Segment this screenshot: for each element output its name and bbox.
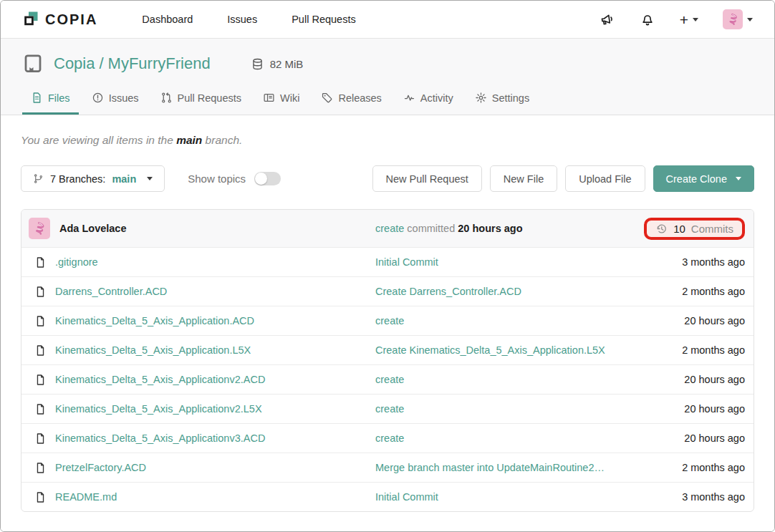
file-name-link[interactable]: Kinematics_Delta_5_Axis_Application.L5X [55,344,251,356]
new-file-button[interactable]: New File [490,165,557,192]
file-icon [34,403,47,415]
repo-path-separator: / [99,54,103,72]
table-row: Kinematics_Delta_5_Axis_Applicationv3.AC… [21,423,754,453]
repo-owner-link[interactable]: Copia [54,54,95,72]
nav-link-issues[interactable]: Issues [214,8,270,31]
tab-wiki[interactable]: Wiki [254,84,308,115]
top-navbar: COPIA Dashboard Issues Pull Requests + [1,1,774,39]
file-commit-message-link[interactable]: Create Darrens_Controller.ACD [374,286,659,297]
toggle-knob [255,173,267,185]
show-topics-control: Show topics [188,172,281,185]
file-name-link[interactable]: PretzelFactory.ACD [55,462,146,473]
file-commit-message-link[interactable]: create [374,403,659,415]
table-row: .gitignore Initial Commit 3 months ago [21,247,754,276]
file-commit-time: 3 months ago [659,256,745,268]
file-table: Ada Lovelace create committed 20 hours a… [21,209,754,512]
file-name-link[interactable]: Darrens_Controller.ACD [55,286,167,297]
create-new-dropdown[interactable]: + [680,12,698,27]
file-name-link[interactable]: README.md [55,491,117,503]
file-icon [34,432,47,445]
table-row: Kinematics_Delta_5_Axis_Applicationv2.L5… [21,394,754,423]
tab-pull-requests[interactable]: Pull Requests [152,84,250,115]
tab-activity[interactable]: Activity [395,84,462,115]
nav-link-dashboard[interactable]: Dashboard [129,8,206,31]
activity-pulse-icon [403,92,415,104]
file-name-link[interactable]: Kinematics_Delta_5_Axis_Application.ACD [55,315,254,327]
create-clone-button[interactable]: Create Clone [653,165,754,192]
repo-size: 82 MiB [251,57,304,71]
file-icon [34,256,47,269]
file-commit-message-link[interactable]: create [374,432,659,444]
copia-logo-icon [22,11,39,28]
commit-message-link[interactable]: create [375,223,404,234]
file-icon [34,315,47,327]
copia-logo[interactable]: COPIA [22,11,97,28]
file-commit-message-link[interactable]: Merge branch master into UpdateMainRouti… [374,462,659,473]
action-buttons: New Pull Request New File Upload File Cr… [372,165,754,192]
author-avatar[interactable] [29,218,50,239]
branch-notice: You are viewing all items in the main br… [21,134,754,147]
tab-files[interactable]: Files [22,84,79,115]
commits-count: 10 [673,223,685,235]
file-icon [34,286,47,298]
file-commit-time: 2 months ago [659,344,745,356]
user-menu-dropdown[interactable] [723,9,753,29]
file-name-link[interactable]: Kinematics_Delta_5_Axis_Applicationv2.AC… [55,374,265,385]
file-commit-message-link[interactable]: create [374,315,659,327]
git-branch-icon [33,173,44,184]
announcements-button[interactable] [600,11,615,27]
table-row: PretzelFactory.ACD Merge branch master i… [21,453,754,482]
file-commit-message-link[interactable]: create [374,374,659,385]
copia-logo-text: COPIA [45,11,97,28]
chevron-down-icon [147,177,153,180]
plus-icon: + [680,12,688,27]
repo-header: Copia/MyFurryFriend 82 MiB Files Issues … [1,39,774,115]
tag-icon [321,92,333,104]
show-topics-toggle[interactable] [254,172,281,185]
upload-file-button[interactable]: Upload File [565,165,645,192]
file-name-link[interactable]: .gitignore [55,256,98,268]
file-icon [34,491,47,503]
database-icon [251,57,264,71]
table-row: Kinematics_Delta_5_Axis_Applicationv2.AC… [21,364,754,394]
file-commit-time: 20 hours ago [659,403,745,415]
repo-tabs: Files Issues Pull Requests Wiki Releases… [22,84,753,115]
wiki-book-icon [263,92,275,104]
bell-icon [640,11,655,27]
file-commit-time: 3 months ago [659,491,745,503]
file-commit-message-link[interactable]: Initial Commit [374,256,659,268]
chevron-down-icon [693,18,698,21]
latest-commit-row: Ada Lovelace create committed 20 hours a… [21,210,754,247]
nav-links: Dashboard Issues Pull Requests [129,8,368,31]
new-pull-request-button[interactable]: New Pull Request [372,165,482,192]
tab-settings[interactable]: Settings [466,84,538,115]
file-commit-time: 2 months ago [659,286,745,297]
file-commit-time: 20 hours ago [659,374,745,385]
file-icon [34,462,47,474]
show-topics-label: Show topics [188,173,246,185]
tab-issues[interactable]: Issues [83,84,148,115]
file-name-link[interactable]: Kinematics_Delta_5_Axis_Applicationv2.L5… [55,403,262,415]
gear-icon [475,92,487,104]
table-row: README.md Initial Commit 3 months ago [21,482,754,511]
notifications-button[interactable] [640,11,655,27]
branch-selector[interactable]: 7 Branches: main [21,165,165,192]
commits-label: Commits [691,223,733,235]
file-commit-message-link[interactable]: Initial Commit [374,491,659,503]
app-window: COPIA Dashboard Issues Pull Requests + C… [0,0,775,532]
file-commit-message-link[interactable]: Create Kinematics_Delta_5_Axis_Applicati… [374,344,659,356]
file-icon [34,344,47,357]
file-icon [34,374,47,386]
repo-name-link[interactable]: MyFurryFriend [108,54,211,72]
tab-releases[interactable]: Releases [312,84,390,115]
author-name[interactable]: Ada Lovelace [59,223,127,234]
branch-notice-branch: main [176,134,202,146]
file-name-link[interactable]: Kinematics_Delta_5_Axis_Applicationv3.AC… [55,432,265,444]
commit-author: Ada Lovelace [29,218,374,239]
current-branch-name: main [112,173,136,185]
commits-count-highlight[interactable]: 10 Commits [644,218,745,240]
chevron-down-icon [747,18,753,21]
nav-link-pull-requests[interactable]: Pull Requests [279,8,368,31]
file-commit-time: 20 hours ago [659,432,745,444]
controls-row: 7 Branches: main Show topics New Pull Re… [21,165,754,192]
